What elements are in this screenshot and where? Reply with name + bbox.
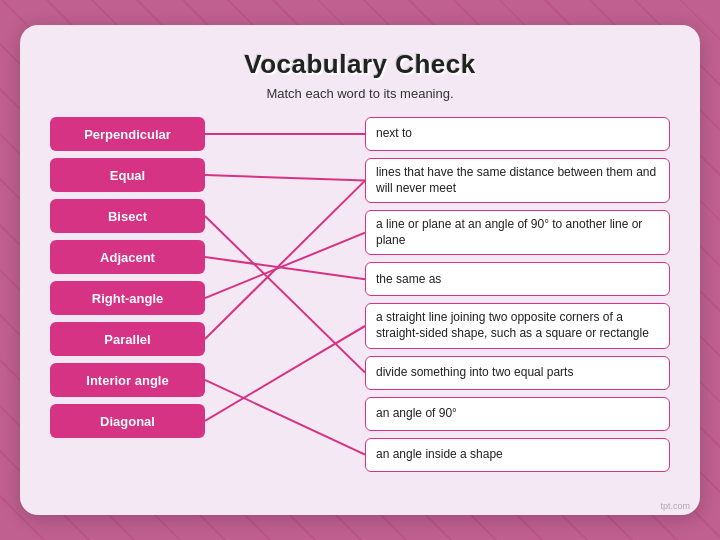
def-right-angle-line: a line or plane at an angle of 90° to an…	[365, 210, 670, 255]
match-container: PerpendicularEqualBisectAdjacentRight-an…	[50, 117, 670, 472]
main-card: Vocabulary Check Match each word to its …	[20, 25, 700, 515]
match-line	[205, 175, 365, 181]
words-column: PerpendicularEqualBisectAdjacentRight-an…	[50, 117, 205, 472]
def-next-to: next to	[365, 117, 670, 151]
match-line	[205, 216, 365, 373]
word-adjacent[interactable]: Adjacent	[50, 240, 205, 274]
word-interior-angle[interactable]: Interior angle	[50, 363, 205, 397]
page-title: Vocabulary Check	[50, 49, 670, 80]
def-same-as: the same as	[365, 262, 670, 296]
watermark: tpt.com	[660, 501, 690, 511]
match-line	[205, 380, 365, 455]
def-90: an angle of 90°	[365, 397, 670, 431]
definitions-column: next tolines that have the same distance…	[365, 117, 670, 472]
match-line	[205, 326, 365, 421]
def-interior: an angle inside a shape	[365, 438, 670, 472]
match-line	[205, 233, 365, 298]
lines-svg	[205, 117, 365, 472]
word-bisect[interactable]: Bisect	[50, 199, 205, 233]
def-bisect: divide something into two equal parts	[365, 356, 670, 390]
def-diagonal: a straight line joining two opposite cor…	[365, 303, 670, 348]
word-diagonal[interactable]: Diagonal	[50, 404, 205, 438]
word-parallel[interactable]: Parallel	[50, 322, 205, 356]
connecting-lines	[205, 117, 365, 472]
word-perpendicular[interactable]: Perpendicular	[50, 117, 205, 151]
page-subtitle: Match each word to its meaning.	[50, 86, 670, 101]
def-parallel: lines that have the same distance betwee…	[365, 158, 670, 203]
word-right-angle[interactable]: Right-angle	[50, 281, 205, 315]
word-equal[interactable]: Equal	[50, 158, 205, 192]
